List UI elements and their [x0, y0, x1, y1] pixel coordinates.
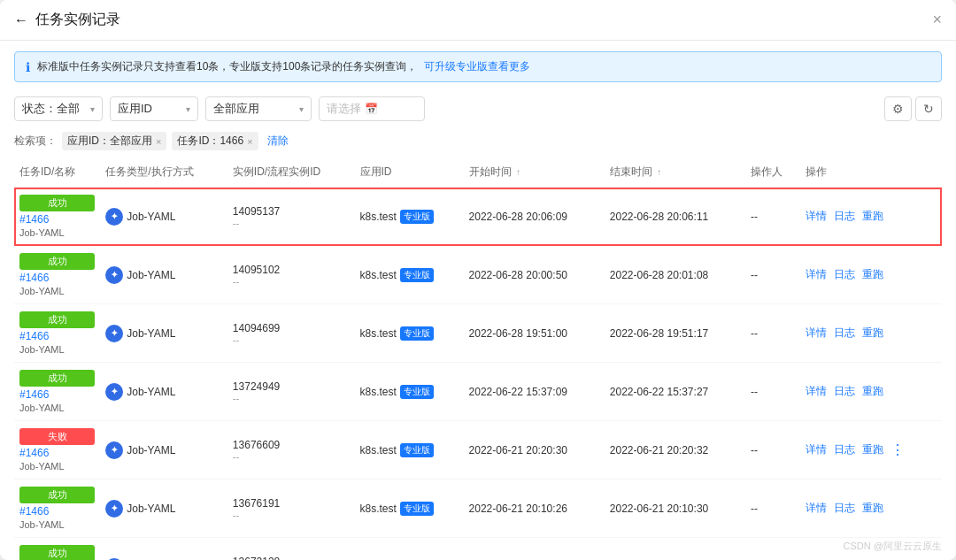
app-id-cell: k8s.test 专业版	[355, 363, 464, 421]
app-id-cell: k8s.test 专业版	[355, 246, 464, 304]
tag-bar-label: 检索项：	[14, 134, 57, 149]
main-window: ← 任务实例记录 × ℹ 标准版中任务实例记录只支持查看10条，专业版支持100…	[0, 0, 956, 560]
task-id-cell: 成功 #1466 Job-YAML	[14, 479, 100, 538]
app-id-cell: k8s.test 专业版	[355, 538, 464, 561]
detail-button[interactable]: 详情	[806, 267, 827, 282]
instance-id-cell: 13676609 --	[227, 421, 355, 479]
flow-id: --	[233, 218, 350, 228]
retry-button[interactable]: 重跑	[862, 442, 883, 457]
status-filter[interactable]: 状态：全部 ▾	[14, 96, 103, 121]
table-row: 成功 #1466 Job-YAML ✦ Job-YAML 14095102 --…	[14, 246, 942, 304]
app-id-value: k8s.test	[360, 502, 397, 515]
job-type-label: Job-YAML	[127, 327, 175, 340]
log-button[interactable]: 日志	[834, 267, 855, 282]
back-button[interactable]: ←	[14, 12, 28, 28]
filter-bar: 状态：全部 ▾ 应用ID ▾ 全部应用 ▾ 请选择 📅 ⚙ ↻	[0, 89, 956, 128]
pro-badge: 专业版	[400, 326, 434, 341]
status-badge: 成功	[19, 311, 95, 328]
refresh-button[interactable]: ↻	[915, 96, 942, 121]
col-instance-id: 实例ID/流程实例ID	[227, 157, 355, 188]
job-type-cell: ✦ Job-YAML	[100, 421, 227, 479]
tag-bar: 检索项： 应用ID：全部应用 × 任务ID：1466 × 清除	[0, 128, 956, 157]
col-app-id: 应用ID	[355, 157, 464, 188]
action-links: 详情 日志 重跑	[806, 326, 937, 341]
retry-button[interactable]: 重跑	[862, 326, 883, 341]
task-id[interactable]: #1466	[19, 447, 95, 459]
app-id-value: k8s.test	[360, 327, 397, 340]
instance-id: 14094699	[233, 322, 350, 334]
placeholder-input[interactable]: 请选择 📅	[319, 96, 425, 121]
more-actions-button[interactable]: ⋮	[890, 441, 905, 458]
clear-tags-button[interactable]: 清除	[267, 134, 289, 149]
task-id[interactable]: #1466	[19, 330, 95, 342]
log-button[interactable]: 日志	[834, 209, 855, 224]
chevron-down-icon: ▾	[90, 104, 95, 114]
status-badge: 失败	[19, 428, 95, 445]
app-id-filter[interactable]: 应用ID ▾	[110, 96, 198, 121]
app-id-value: k8s.test	[360, 444, 397, 456]
retry-button[interactable]: 重跑	[862, 501, 883, 516]
info-banner: ℹ 标准版中任务实例记录只支持查看10条，专业版支持100条记录的任务实例查询，…	[14, 51, 942, 82]
task-name: Job-YAML	[19, 227, 95, 238]
retry-button[interactable]: 重跑	[862, 209, 883, 224]
app-id-value: k8s.test	[360, 211, 397, 223]
status-badge: 成功	[19, 253, 95, 270]
status-badge: 成功	[19, 545, 95, 560]
retry-button[interactable]: 重跑	[862, 267, 883, 282]
log-button[interactable]: 日志	[834, 384, 855, 399]
job-type-cell: ✦ Job-YAML	[100, 188, 227, 246]
actions-cell: 详情 日志 重跑	[800, 246, 942, 304]
instance-id: 14095137	[233, 205, 350, 218]
instance-id-cell: 13676191 --	[227, 479, 355, 538]
detail-button[interactable]: 详情	[806, 326, 827, 341]
task-id[interactable]: #1466	[19, 388, 95, 401]
task-id-tag-close[interactable]: ×	[247, 136, 252, 147]
table-row: 成功 #1466 Job-YAML ✦ Job-YAML 13672128 --…	[14, 538, 942, 561]
app-id-cell: k8s.test 专业版	[355, 304, 464, 363]
operator-cell: --	[745, 246, 800, 304]
task-id[interactable]: #1466	[19, 272, 95, 284]
start-time-cell: 2022-06-28 19:51:00	[464, 304, 605, 363]
detail-button[interactable]: 详情	[806, 442, 827, 457]
operator-cell: --	[745, 421, 800, 479]
app-scope-filter[interactable]: 全部应用 ▾	[205, 96, 312, 121]
job-type-label: Job-YAML	[127, 269, 175, 281]
task-id-cell: 成功 #1466 Job-YAML	[14, 538, 100, 561]
retry-button[interactable]: 重跑	[862, 384, 883, 399]
flow-id: --	[233, 334, 350, 345]
job-type: ✦ Job-YAML	[105, 325, 222, 342]
task-id[interactable]: #1466	[19, 213, 95, 226]
task-name: Job-YAML	[19, 403, 95, 413]
instance-id: 14095102	[233, 264, 350, 276]
status-badge: 成功	[19, 370, 95, 387]
job-type-label: Job-YAML	[127, 386, 175, 398]
app-id-display: k8s.test 专业版	[360, 502, 459, 516]
detail-button[interactable]: 详情	[806, 501, 827, 516]
task-id-cell: 失败 #1466 Job-YAML	[14, 421, 100, 479]
col-task-id: 任务ID/名称	[14, 157, 100, 188]
task-id[interactable]: #1466	[19, 505, 95, 518]
action-links: 详情 日志 重跑	[806, 501, 937, 516]
info-banner-text: 标准版中任务实例记录只支持查看10条，专业版支持100条记录的任务实例查询，	[37, 59, 417, 74]
task-name: Job-YAML	[19, 519, 95, 530]
end-time-cell: 2022-06-21 18:33:47	[605, 538, 745, 561]
operator-cell: --	[745, 363, 800, 421]
log-button[interactable]: 日志	[834, 442, 855, 457]
close-button[interactable]: ×	[932, 11, 942, 29]
upgrade-link[interactable]: 可升级专业版查看更多	[424, 59, 530, 74]
settings-button[interactable]: ⚙	[884, 96, 912, 121]
actions-cell: 详情 日志 重跑	[800, 188, 942, 246]
detail-button[interactable]: 详情	[806, 209, 827, 224]
log-button[interactable]: 日志	[834, 501, 855, 516]
app-id-value: k8s.test	[360, 269, 397, 281]
app-id-filter-label: 应用ID	[118, 101, 152, 117]
log-button[interactable]: 日志	[834, 326, 855, 341]
pro-badge: 专业版	[400, 502, 434, 516]
detail-button[interactable]: 详情	[806, 384, 827, 399]
title-bar-left: ← 任务实例记录	[14, 11, 120, 29]
table-row: 成功 #1466 Job-YAML ✦ Job-YAML 13724949 --…	[14, 363, 942, 421]
end-time-cell: 2022-06-21 20:20:32	[605, 421, 745, 479]
task-id-tag-text: 任务ID：1466	[177, 134, 243, 149]
app-id-tag-text: 应用ID：全部应用	[67, 134, 152, 149]
app-id-tag-close[interactable]: ×	[156, 136, 161, 147]
